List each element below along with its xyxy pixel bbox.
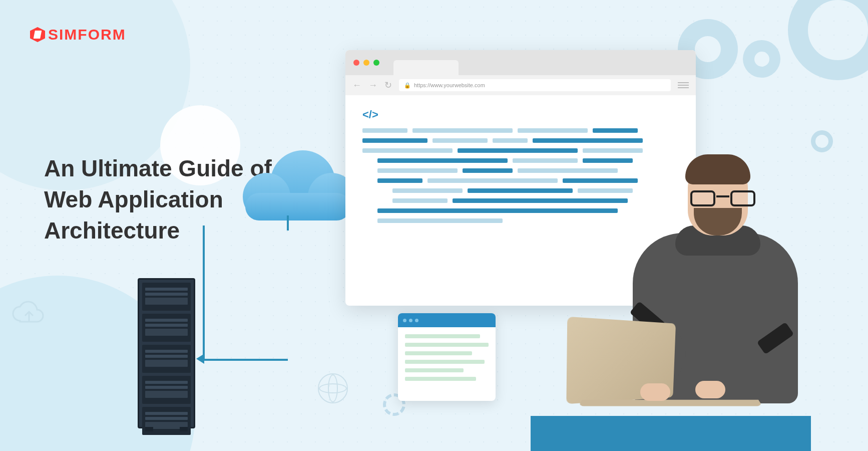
forward-icon: → <box>368 80 377 91</box>
logo-mark-icon <box>30 27 45 42</box>
cloud-upload-icon <box>9 301 49 328</box>
mini-window <box>398 313 496 401</box>
traffic-light-zoom-icon <box>373 60 379 66</box>
arrow-left-icon <box>196 354 204 364</box>
simform-logo: SIMFORM <box>30 26 126 43</box>
person-illustration <box>558 145 818 426</box>
reload-icon: ↻ <box>384 80 392 91</box>
lock-icon: 🔒 <box>404 82 411 89</box>
menu-icon <box>678 82 689 88</box>
traffic-light-minimize-icon <box>363 60 369 66</box>
browser-tab <box>393 60 459 75</box>
cloud-icon <box>240 145 355 225</box>
mini-titlebar <box>398 313 496 327</box>
logo-text: SIMFORM <box>48 26 126 43</box>
back-icon: ← <box>352 80 361 91</box>
connector-line <box>203 225 288 361</box>
browser-titlebar <box>345 50 696 75</box>
browser-toolbar: ← → ↻ 🔒 https://www.yourwebsite.com <box>345 75 696 95</box>
code-tag-icon: </> <box>362 108 679 121</box>
address-bar: 🔒 https://www.yourwebsite.com <box>399 79 671 91</box>
globe-icon <box>318 373 348 403</box>
gear-icon <box>743 40 780 78</box>
traffic-light-close-icon <box>353 60 359 66</box>
url-text: https://www.yourwebsite.com <box>414 82 485 88</box>
server-icon <box>138 278 195 428</box>
